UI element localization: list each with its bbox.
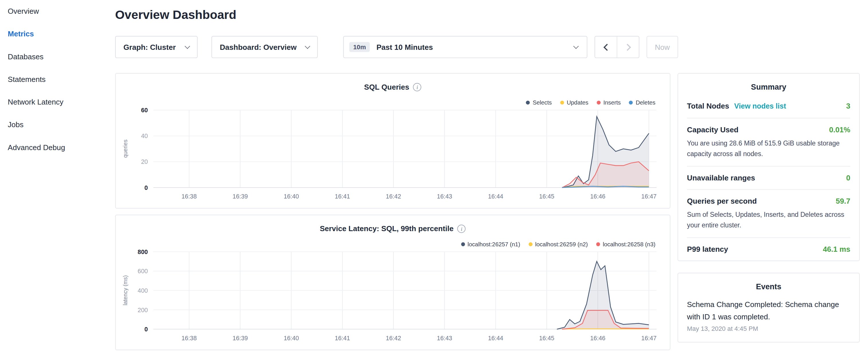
svg-text:0: 0 bbox=[145, 185, 148, 191]
svg-text:16:44: 16:44 bbox=[488, 335, 503, 342]
summary-label: Capacity Used bbox=[687, 126, 739, 134]
graph-dropdown[interactable]: Graph: Cluster bbox=[115, 36, 198, 58]
summary-value: 0.01% bbox=[829, 126, 850, 134]
svg-text:16:47: 16:47 bbox=[641, 193, 656, 200]
sidebar-item-jobs[interactable]: Jobs bbox=[0, 114, 105, 136]
event-timestamp: May 13, 2020 at 4:45 PM bbox=[687, 325, 850, 332]
sidebar-item-network-latency[interactable]: Network Latency bbox=[0, 91, 105, 114]
svg-text:16:45: 16:45 bbox=[539, 335, 554, 342]
svg-text:16:45: 16:45 bbox=[539, 193, 554, 200]
chart-title: SQL Queries bbox=[364, 83, 409, 91]
svg-text:16:46: 16:46 bbox=[590, 335, 606, 342]
time-range-label: Past 10 Minutes bbox=[376, 43, 433, 51]
now-button[interactable]: Now bbox=[647, 36, 678, 58]
sidebar-item-overview[interactable]: Overview bbox=[0, 0, 105, 23]
summary-value: 46.1 ms bbox=[823, 245, 850, 254]
sidebar: Overview Metrics Databases Statements Ne… bbox=[0, 0, 105, 354]
chart-title: Service Latency: SQL, 99th percentile bbox=[320, 225, 454, 233]
event-item: Schema Change Completed: Schema change w… bbox=[687, 293, 850, 332]
svg-text:16:46: 16:46 bbox=[590, 193, 606, 200]
svg-text:16:42: 16:42 bbox=[386, 335, 401, 342]
svg-text:16:44: 16:44 bbox=[488, 193, 503, 200]
svg-text:200: 200 bbox=[137, 307, 148, 314]
svg-text:600: 600 bbox=[137, 268, 148, 275]
page-title: Overview Dashboard bbox=[115, 8, 237, 22]
graph-dropdown-label: Graph: Cluster bbox=[124, 43, 176, 51]
summary-row-unavailable-ranges: Unavailable ranges 0 bbox=[687, 167, 850, 190]
sidebar-item-metrics[interactable]: Metrics bbox=[0, 23, 105, 45]
svg-text:16:41: 16:41 bbox=[335, 193, 350, 200]
legend-dot bbox=[528, 242, 532, 246]
time-range-badge: 10m bbox=[349, 42, 370, 52]
chart-header: Service Latency: SQL, 99th percentile i bbox=[116, 225, 670, 233]
events-panel: Events Schema Change Completed: Schema c… bbox=[677, 273, 860, 343]
summary-row-total-nodes: Total NodesView nodes list 3 bbox=[687, 93, 850, 118]
time-pager bbox=[595, 36, 639, 58]
summary-description: You are using 28.6 MiB of 515.9 GiB usab… bbox=[687, 138, 850, 159]
svg-text:16:39: 16:39 bbox=[233, 193, 248, 200]
chevron-right-icon bbox=[624, 43, 631, 51]
svg-text:16:43: 16:43 bbox=[437, 335, 452, 342]
sidebar-item-statements[interactable]: Statements bbox=[0, 68, 105, 91]
controls-bar: Graph: Cluster Dashboard: Overview 10m P… bbox=[115, 36, 724, 58]
chevron-down-icon bbox=[305, 43, 310, 49]
svg-text:60: 60 bbox=[141, 107, 148, 114]
summary-label: Queries per second bbox=[687, 197, 757, 205]
svg-text:40: 40 bbox=[141, 133, 148, 139]
view-nodes-link[interactable]: View nodes list bbox=[734, 102, 786, 110]
sql-queries-chart[interactable]: 16:3816:3916:4016:4116:4216:4316:4416:45… bbox=[121, 104, 665, 205]
legend-dot bbox=[526, 100, 530, 104]
summary-label: P99 latency bbox=[687, 245, 728, 254]
service-latency-chart[interactable]: 16:3816:3916:4016:4116:4216:4316:4416:45… bbox=[121, 246, 665, 347]
chart-header: SQL Queries i bbox=[116, 83, 670, 91]
svg-text:16:40: 16:40 bbox=[284, 335, 299, 342]
sidebar-item-databases[interactable]: Databases bbox=[0, 45, 105, 68]
svg-text:16:47: 16:47 bbox=[641, 335, 656, 342]
time-range-dropdown[interactable]: 10m Past 10 Minutes bbox=[343, 36, 587, 58]
sql-queries-chart-panel: SQL Queries i Selects Updates Inserts De… bbox=[115, 73, 671, 208]
summary-value: 59.7 bbox=[836, 197, 850, 205]
legend-dot bbox=[560, 100, 564, 104]
sidebar-item-advanced-debug[interactable]: Advanced Debug bbox=[0, 136, 105, 159]
app-root: Overview Metrics Databases Statements Ne… bbox=[0, 0, 868, 354]
dashboard-dropdown-label: Dashboard: Overview bbox=[220, 43, 297, 51]
svg-text:20: 20 bbox=[141, 158, 148, 165]
chevron-down-icon bbox=[185, 43, 190, 49]
summary-label: Total Nodes bbox=[687, 102, 729, 110]
svg-text:16:40: 16:40 bbox=[284, 193, 299, 200]
info-icon[interactable]: i bbox=[457, 225, 466, 233]
summary-row-queries-per-second: Queries per second 59.7 Sum of Selects, … bbox=[687, 190, 850, 238]
svg-text:0: 0 bbox=[145, 326, 148, 333]
prev-time-button[interactable] bbox=[595, 36, 617, 57]
legend-dot bbox=[597, 100, 601, 104]
events-title: Events bbox=[687, 273, 850, 293]
chevron-left-icon bbox=[603, 43, 610, 51]
legend-dot bbox=[461, 242, 465, 246]
svg-text:16:39: 16:39 bbox=[233, 335, 248, 342]
summary-title: Summary bbox=[687, 74, 850, 94]
svg-text:800: 800 bbox=[137, 249, 148, 255]
svg-text:16:38: 16:38 bbox=[181, 335, 196, 342]
summary-row-capacity-used: Capacity Used 0.01% You are using 28.6 M… bbox=[687, 118, 850, 166]
info-icon[interactable]: i bbox=[413, 83, 422, 91]
svg-text:16:42: 16:42 bbox=[386, 193, 401, 200]
svg-text:16:43: 16:43 bbox=[437, 193, 452, 200]
service-latency-chart-panel: Service Latency: SQL, 99th percentile i … bbox=[115, 215, 671, 350]
chevron-down-icon bbox=[573, 43, 579, 49]
event-message: Schema Change Completed: Schema change w… bbox=[687, 299, 850, 322]
legend-dot bbox=[629, 100, 633, 104]
next-time-button[interactable] bbox=[617, 36, 639, 57]
summary-panel: Summary Total NodesView nodes list 3 Cap… bbox=[677, 73, 860, 261]
svg-text:16:41: 16:41 bbox=[335, 335, 350, 342]
summary-label: Unavailable ranges bbox=[687, 174, 755, 182]
legend-dot bbox=[596, 242, 600, 246]
summary-value: 3 bbox=[846, 102, 850, 110]
summary-value: 0 bbox=[846, 174, 850, 182]
summary-row-p99-latency: P99 latency 46.1 ms bbox=[687, 238, 850, 261]
dashboard-dropdown[interactable]: Dashboard: Overview bbox=[212, 36, 318, 58]
svg-text:400: 400 bbox=[137, 287, 148, 294]
summary-description: Sum of Selects, Updates, Inserts, and De… bbox=[687, 210, 850, 230]
svg-text:16:38: 16:38 bbox=[181, 193, 196, 200]
